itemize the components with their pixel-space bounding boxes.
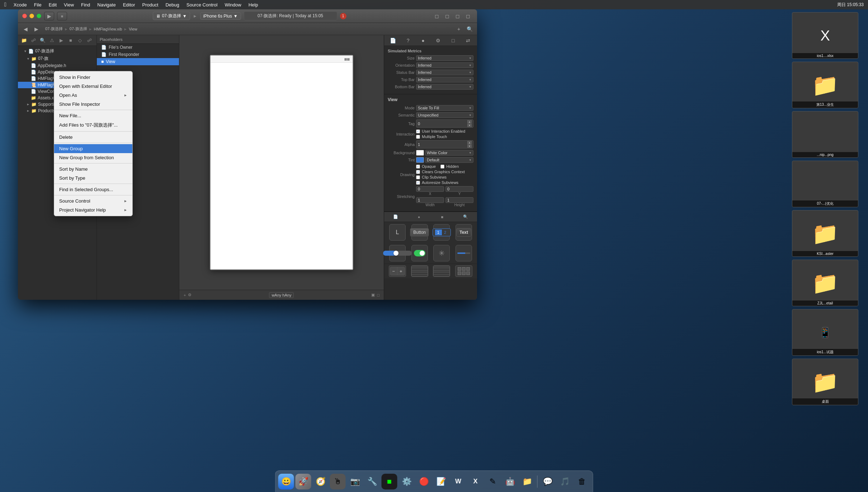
autoresize-checkbox[interactable] [416,181,420,185]
folder-nav-btn[interactable]: 📁 [20,37,28,44]
zoom-fit-btn[interactable]: ▣ [371,293,375,297]
palette-slider-widget[interactable] [389,245,406,261]
opaque-checkbox[interactable] [416,165,420,169]
settings-btn[interactable]: ⚙ [188,293,192,297]
zoom-out-btn[interactable]: □ [377,293,379,297]
menu-show-in-finder[interactable]: Show in Finder [54,73,132,82]
connections-inspector-btn[interactable]: ⇄ [463,37,473,44]
breadcrumb-file[interactable]: HMFlagView.xib [94,27,122,31]
phone-content[interactable] [211,63,353,269]
dock-syspref[interactable]: ⚙️ [399,474,415,489]
palette-collection-widget[interactable] [455,265,472,277]
close-button[interactable] [22,14,27,18]
alpha-stepper-up[interactable]: ▲ [467,141,472,144]
test-nav-btn[interactable]: ▶ [57,37,65,44]
dock-app-red[interactable]: 🔴 [416,474,432,489]
group-07[interactable]: ▼ 📁 07-旗 [18,55,96,62]
dock-notes[interactable]: 📝 [433,474,449,489]
menubar-xcode[interactable]: Xcode [11,1,30,8]
mode-value[interactable]: Scale To Fill ▼ [416,105,473,111]
back-button[interactable]: ◀ [21,25,30,33]
palette-table-widget-2[interactable] [433,265,450,277]
size-inspector-btn[interactable]: □ [448,37,458,44]
menubar-help[interactable]: Help [246,1,261,8]
dock-word[interactable]: W [450,474,466,489]
menu-sort-name[interactable]: Sort by Name [54,165,132,174]
menu-new-group-selection[interactable]: New Group from Selection [54,153,132,162]
menu-project-navigator-help[interactable]: Project Navigator Help ► [54,205,132,214]
user-interaction-checkbox[interactable] [416,129,420,133]
menubar-window[interactable]: Window [222,1,244,8]
stretch-y-value[interactable]: 0 [445,186,473,192]
menubar-find[interactable]: Find [78,1,93,8]
menu-delete[interactable]: Delete [54,133,132,142]
palette-toggle-widget[interactable] [411,245,428,261]
forward-button[interactable]: ▶ [32,25,41,33]
menu-source-control[interactable]: Source Control ► [54,197,132,205]
alpha-stepper[interactable]: ▲ ▼ [467,141,472,148]
file-inspector-btn[interactable]: 📄 [388,37,398,44]
minimize-button[interactable] [29,14,34,18]
menu-open-as[interactable]: Open As ► [54,91,132,100]
palette-segmented-widget[interactable]: 1 2 [433,224,450,241]
menu-add-files[interactable]: Add Files to "07-国旗选择"... [54,120,132,130]
multiple-touch-checkbox[interactable] [416,135,420,139]
thumb-ios[interactable]: 📱 ios1...试题 [792,309,858,356]
size-class-indicator[interactable]: wAny hAny [269,292,294,298]
navigator-toggle[interactable]: ◻ [432,12,442,20]
menubar-editor[interactable]: Editor [120,1,138,8]
dock-launchpad[interactable]: 🚀 [296,474,311,489]
file-a1[interactable]: 📄 AppDelegate.h [18,62,96,69]
menubar-edit[interactable]: Edit [46,1,60,8]
background-value[interactable]: White Color ▼ [425,150,473,156]
tint-value[interactable]: Default ▼ [425,157,473,163]
breadcrumb-view[interactable]: View [129,27,137,31]
dock-finder[interactable]: 😀 [278,474,294,489]
dock-trash[interactable]: 🗑 [574,474,590,489]
menu-find-groups[interactable]: Find in Selected Groups... [54,185,132,194]
palette-text-widget[interactable]: Text [456,224,472,241]
dock-code-editor[interactable]: ✎ [485,474,501,489]
thumb-folder-zjl[interactable]: 📁 ZJL...etail [792,260,858,306]
device-selector[interactable]: iPhone 6s Plus ▼ [200,13,241,20]
run-button[interactable]: ▶ [44,12,54,20]
status-bar-value[interactable]: Inferred ▼ [416,70,473,75]
breadcrumb-group[interactable]: 07-旗选择 [70,26,87,32]
bottom-bar-value[interactable]: Inferred ▼ [416,84,473,90]
tag-stepper-up[interactable]: ▲ [467,120,472,123]
debug-toggle[interactable]: ◻ [443,12,452,20]
menu-new-file[interactable]: New File... [54,111,132,120]
menu-sort-type[interactable]: Sort by Type [54,174,132,183]
dock-wechat[interactable]: 💬 [540,474,556,489]
apple-menu[interactable]:  [4,1,6,8]
thumb-image-2[interactable]: 07-...(优化 [792,161,858,207]
search-nav-btn[interactable]: 🔍 [39,37,47,44]
dock-imagecapture[interactable]: 📷 [347,474,363,489]
thumb-image-1[interactable]: ...nip...png [792,111,858,158]
menu-new-group[interactable]: New Group [54,144,132,153]
dock-xcode[interactable]: 🔧 [364,474,380,489]
breakpoint-nav-btn[interactable]: ◇ [76,37,84,44]
menubar-product[interactable]: Product [140,1,161,8]
ib-view[interactable]: ■ View [97,58,179,65]
fullscreen-button[interactable] [37,14,41,18]
semantic-value[interactable]: Unspecified ▼ [416,112,473,118]
orientation-value[interactable]: Inferred ▼ [416,62,473,68]
hidden-checkbox[interactable] [440,165,444,169]
palette-stepper-widget[interactable]: − + [389,265,406,277]
alpha-value[interactable]: 1 ▲ ▼ [416,140,473,148]
utilities-toggle[interactable]: ◻ [463,12,473,20]
palette-spinner-widget[interactable]: ✳ [433,245,450,261]
menu-open-external[interactable]: Open with External Editor [54,82,132,91]
palette-progress-widget[interactable] [456,245,472,261]
menubar-view[interactable]: View [61,1,77,8]
stretch-x-value[interactable]: 0 [416,186,444,192]
palette-btn-1[interactable]: 📄 [391,213,400,221]
menu-show-inspector[interactable]: Show File Inspector [54,100,132,109]
thumb-excel-file[interactable]: X ios1....xlsx [792,12,858,59]
dock-android[interactable]: 🤖 [502,474,518,489]
top-bar-value[interactable]: Inferred ▼ [416,77,473,82]
add-constraint-btn[interactable]: + [184,293,186,297]
menubar-file[interactable]: File [31,1,44,8]
alpha-stepper-down[interactable]: ▼ [467,145,472,148]
